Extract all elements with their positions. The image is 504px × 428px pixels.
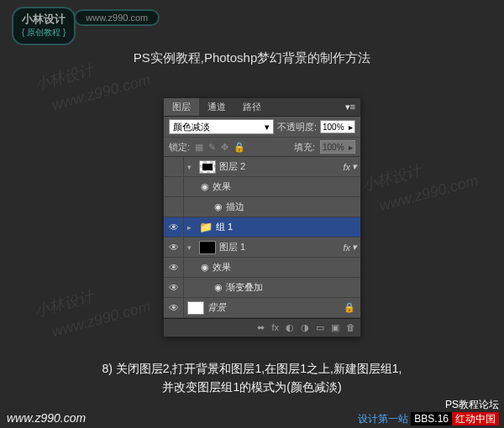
panel-footer: ⬌ fx ◐ ◑ ▭ ▣ 🗑 bbox=[164, 318, 360, 337]
panel-tabs: 图层 通道 路径 ▾≡ bbox=[164, 98, 360, 117]
trash-icon[interactable]: 🗑 bbox=[346, 322, 355, 333]
layer-name[interactable]: 图层 2 bbox=[219, 160, 245, 173]
blend-mode-select[interactable]: 颜色减淡 ▾ bbox=[169, 119, 274, 134]
lock-move-icon[interactable]: ✥ bbox=[221, 142, 228, 153]
layer-thumbnail[interactable] bbox=[199, 160, 216, 174]
opacity-input[interactable]: 100%▸ bbox=[320, 120, 355, 133]
fx-badge[interactable]: fx ▾ bbox=[343, 161, 357, 172]
expand-arrow-icon[interactable]: ▾ bbox=[187, 243, 196, 252]
layer-effect-row[interactable]: 👁 ◉ 渐变叠加 bbox=[164, 278, 360, 298]
effect-label: 渐变叠加 bbox=[226, 281, 263, 294]
visibility-toggle[interactable]: 👁 bbox=[164, 278, 184, 298]
fill-input[interactable]: 100%▸ bbox=[320, 140, 355, 154]
footer-sub: 设计第一站 bbox=[358, 413, 408, 425]
logo-badge: 小林设计 { 原创教程 } bbox=[12, 7, 76, 45]
effect-label: 描边 bbox=[226, 201, 244, 213]
fx-icon: ◉ bbox=[201, 181, 209, 192]
panel-menu-icon[interactable]: ▾≡ bbox=[345, 102, 355, 112]
logo-url: www.z990.com bbox=[74, 9, 160, 26]
watermark: 小林设计 bbox=[360, 160, 423, 196]
footer-bbs: BBS.16 bbox=[411, 412, 452, 425]
layer-effect-row[interactable]: 👁 ◉ 效果 bbox=[164, 177, 360, 197]
effect-label: 效果 bbox=[213, 180, 231, 193]
layer-thumbnail[interactable] bbox=[187, 301, 204, 315]
visibility-toggle[interactable]: 👁 bbox=[164, 298, 184, 318]
layer-name[interactable]: 图层 1 bbox=[219, 241, 245, 253]
chevron-down-icon: ▾ bbox=[265, 122, 270, 133]
lock-all-icon[interactable]: 🔒 bbox=[234, 142, 245, 153]
visibility-toggle[interactable]: 👁 bbox=[164, 217, 184, 237]
layer-row[interactable]: 👁 ▾ 图层 2 fx ▾ bbox=[164, 157, 360, 177]
watermark: www.z990.com bbox=[50, 298, 152, 342]
fill-label: 填充: bbox=[294, 141, 315, 154]
chevron-down-icon: ▾ bbox=[352, 161, 357, 172]
footer-credits: PS教程论坛 设计第一站 BBS.16红动中国 bbox=[358, 398, 499, 426]
opacity-value: 100% bbox=[323, 123, 344, 132]
opacity-label: 不透明度: bbox=[277, 121, 317, 133]
layer-effect-row[interactable]: 👁 ◉ 效果 bbox=[164, 258, 360, 278]
lock-brush-icon[interactable]: ✎ bbox=[208, 142, 216, 153]
watermark: www.z990.com bbox=[377, 172, 480, 216]
fx-badge[interactable]: fx ▾ bbox=[343, 242, 357, 253]
chevron-down-icon: ▾ bbox=[352, 242, 357, 253]
footer-url: www.z990.com bbox=[7, 411, 86, 425]
new-layer-icon[interactable]: ▣ bbox=[331, 322, 339, 333]
lock-fill-row: 锁定: ▦ ✎ ✥ 🔒 填充: 100%▸ bbox=[164, 138, 360, 157]
logo-text: 小林 bbox=[22, 13, 44, 25]
lock-transparent-icon[interactable]: ▦ bbox=[195, 142, 203, 153]
expand-arrow-icon[interactable]: ▸ bbox=[187, 223, 196, 232]
step-caption: 8) 关闭图层2,打开背景和图层1,在图层1之上,新建图层组1, 并改变图层组1… bbox=[0, 359, 504, 397]
link-icon[interactable]: ⬌ bbox=[257, 322, 265, 333]
layer-group-row[interactable]: 👁 ▸ 📁 组 1 bbox=[164, 217, 360, 237]
chevron-icon: ▸ bbox=[349, 123, 353, 132]
visibility-toggle[interactable]: 👁 bbox=[164, 177, 184, 197]
caption-line: 8) 关闭图层2,打开背景和图层1,在图层1之上,新建图层组1, bbox=[0, 359, 504, 378]
new-group-icon[interactable]: ▭ bbox=[316, 322, 324, 333]
blend-mode-value: 颜色减淡 bbox=[173, 121, 210, 133]
layer-row[interactable]: 👁 背景 🔒 bbox=[164, 298, 360, 318]
layer-list: 👁 ▾ 图层 2 fx ▾ 👁 ◉ 效果 👁 ◉ 描边 👁 bbox=[164, 157, 360, 318]
fx-icon: ◉ bbox=[214, 282, 223, 293]
fx-icon: ◉ bbox=[201, 262, 209, 273]
effect-label: 效果 bbox=[213, 261, 231, 274]
tab-channels[interactable]: 通道 bbox=[199, 98, 234, 116]
caption-line: 并改变图层组1的模式为(颜色减淡) bbox=[0, 378, 504, 396]
watermark: www.z990.com bbox=[50, 71, 152, 115]
fx-menu-icon[interactable]: fx bbox=[271, 322, 279, 333]
lock-icons: ▦ ✎ ✥ 🔒 bbox=[195, 142, 245, 153]
fill-value: 100% bbox=[323, 143, 344, 152]
logo-main: 小林设计 bbox=[22, 10, 66, 27]
layer-effect-row[interactable]: 👁 ◉ 描边 bbox=[164, 197, 360, 217]
layers-panel: 图层 通道 路径 ▾≡ 颜色减淡 ▾ 不透明度: 100%▸ 锁定: ▦ ✎ ✥… bbox=[163, 97, 361, 337]
tab-layers[interactable]: 图层 bbox=[164, 98, 199, 116]
blend-opacity-row: 颜色减淡 ▾ 不透明度: 100%▸ bbox=[164, 117, 360, 138]
watermark: 小林设计 bbox=[32, 286, 96, 321]
lock-label: 锁定: bbox=[169, 141, 190, 154]
layer-name[interactable]: 背景 bbox=[207, 301, 226, 314]
mask-icon[interactable]: ◐ bbox=[286, 322, 294, 333]
folder-icon: 📁 bbox=[199, 221, 213, 233]
visibility-toggle[interactable]: 👁 bbox=[164, 197, 184, 217]
expand-arrow-icon[interactable]: ▾ bbox=[187, 163, 196, 171]
lock-icon: 🔒 bbox=[344, 302, 355, 313]
footer-red: 红动中国 bbox=[452, 412, 499, 425]
visibility-toggle[interactable]: 👁 bbox=[164, 258, 184, 278]
tab-paths[interactable]: 路径 bbox=[234, 98, 270, 116]
visibility-toggle[interactable]: 👁 bbox=[164, 157, 184, 177]
visibility-toggle[interactable]: 👁 bbox=[164, 237, 184, 258]
page-header: 小林设计 { 原创教程 } www.z990.com bbox=[12, 7, 160, 45]
layer-row[interactable]: 👁 ▾ 图层 1 fx ▾ bbox=[164, 237, 360, 258]
logo-tag: { 原创教程 } bbox=[22, 27, 66, 39]
page-title: PS实例教程,Photoshp梦幻背景的制作方法 bbox=[0, 50, 504, 66]
footer-title: PS教程论坛 bbox=[358, 398, 499, 412]
adjustment-icon[interactable]: ◑ bbox=[301, 322, 309, 333]
logo-subtext: 设计 bbox=[44, 13, 66, 25]
layer-name[interactable]: 组 1 bbox=[216, 221, 233, 233]
chevron-icon: ▸ bbox=[349, 143, 353, 152]
fx-icon: ◉ bbox=[214, 201, 223, 212]
layer-thumbnail[interactable] bbox=[199, 241, 216, 254]
